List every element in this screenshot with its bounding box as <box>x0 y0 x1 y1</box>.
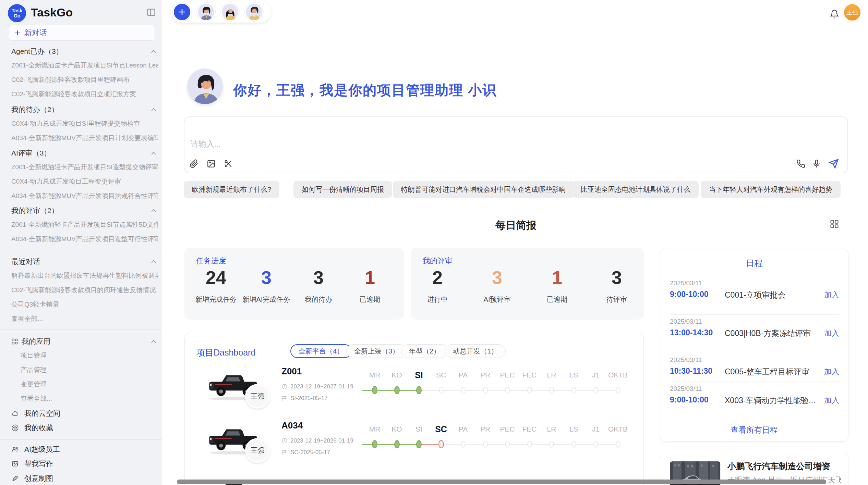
sidebar-item-creative-draw[interactable]: 创意制图 <box>11 474 53 483</box>
join-meeting-link[interactable]: 加入 <box>824 366 839 377</box>
suggestion-chip[interactable]: 欧洲新规最近颁布了什么? <box>184 181 279 198</box>
horizontal-scrollbar[interactable] <box>177 480 826 484</box>
snippet-button[interactable] <box>221 157 235 171</box>
project-code[interactable]: Z001 <box>281 366 302 377</box>
stat-value: 2 <box>412 268 463 287</box>
list-item[interactable]: C02-飞腾新能源轻客改款项目的闭环通告反馈情况 <box>11 286 158 295</box>
avatar[interactable] <box>221 3 239 21</box>
voice-call-button[interactable] <box>794 157 808 171</box>
stat: 3 AI预评审 <box>471 268 523 304</box>
insert-image-button[interactable] <box>204 157 218 171</box>
section-ai-review[interactable]: AI评审（3） <box>11 148 157 158</box>
suggestion-chip[interactable]: 比亚迪全固态电池计划具体说了什么 <box>572 181 699 198</box>
list-item[interactable]: Z001-全新燃油轻卡产品开发项目SI造型提交物评审 <box>11 163 158 172</box>
list-item[interactable]: A034-全新新能源MUV产品开发项目计划变更表编写 <box>11 134 158 142</box>
user-avatar[interactable]: 王强 <box>844 4 860 21</box>
owner-badge: 王强 <box>245 438 270 463</box>
section-agent-done[interactable]: Agent已办（3） <box>11 47 157 56</box>
tab-upfit[interactable]: 全新上装（3） <box>346 344 407 358</box>
tab-powertrain[interactable]: 动总开发（1） <box>445 344 506 358</box>
list-item[interactable]: A034-全新新能源MUV产品开发项目造型可行性评审 <box>11 235 158 244</box>
join-meeting-link[interactable]: 加入 <box>824 395 839 406</box>
milestone-dot-si <box>416 386 422 394</box>
sidebar-item-favorites[interactable]: 我的收藏 <box>11 423 53 433</box>
sidebar-item-project-mgmt[interactable]: 项目管理 <box>21 351 158 360</box>
phone-icon <box>796 159 805 168</box>
list-item[interactable]: C0X4-动力总成开发项目SI里程碑提交物检查 <box>11 119 158 128</box>
chat-input[interactable] <box>191 136 705 151</box>
list-item[interactable]: C02-飞腾新能源轻客改款项目里程碑画布 <box>11 75 158 84</box>
layout-grid-icon[interactable] <box>830 219 839 230</box>
send-plane-icon <box>829 159 839 169</box>
add-conversation-button[interactable] <box>173 3 191 21</box>
notifications-bell-icon[interactable] <box>830 9 839 21</box>
greeting-title: 你好，王强，我是你的项目管理助理 小识 <box>233 81 497 100</box>
sidebar-item-cloud-space[interactable]: 我的云空间 <box>11 409 60 418</box>
attach-file-button[interactable] <box>187 157 201 171</box>
list-item[interactable]: C02-飞腾新能源轻客改款项目立项汇报方案 <box>11 90 158 99</box>
plus-icon <box>178 8 186 16</box>
list-item[interactable]: A034-全新新能源MUV产品开发项目法规符合性评审 <box>11 191 158 200</box>
view-all-schedule-link[interactable]: 查看所有日程 <box>660 425 848 435</box>
section-my-apps[interactable]: 我的应用 <box>11 337 157 346</box>
avatar[interactable] <box>197 3 215 21</box>
date-range: 2023-12-19~2027-01-19 <box>290 383 353 390</box>
stat-value: 3 <box>591 268 642 287</box>
sidebar-item-ai-staff[interactable]: AI超级员工 <box>11 445 60 454</box>
project-code[interactable]: A034 <box>281 420 303 431</box>
timeline-segment <box>362 444 419 445</box>
list-item[interactable]: Z001-全新燃油轻卡产品开发项目SI节点属性5D文件评审 <box>11 220 158 229</box>
divider <box>0 329 162 330</box>
stat: 1 已逾期 <box>344 268 396 304</box>
event-time: 10:30-11:30 <box>670 366 712 376</box>
view-all-apps[interactable]: 查看全部... <box>21 394 158 403</box>
mic-icon <box>812 159 821 168</box>
stat-value: 24 <box>190 268 242 287</box>
suggestion-chip[interactable]: 当下年轻人对汽车外观有怎样的喜好趋势 <box>701 181 841 198</box>
list-item[interactable]: 解释最新出台的欧盟报废车法规再生塑料比例被调至15%... <box>11 271 158 280</box>
milestone-dot-lr <box>549 387 554 394</box>
milestone-dot-j1 <box>593 441 598 448</box>
milestone-dot-pr <box>483 441 488 448</box>
section-my-todo[interactable]: 我的待办（2） <box>11 105 157 114</box>
collapse-sidebar-icon[interactable] <box>146 8 156 18</box>
plus-icon <box>14 29 21 36</box>
milestone-dot-pec <box>505 387 510 394</box>
milestone-dot-oktb <box>616 441 620 448</box>
section-my-review[interactable]: 我的评审（2） <box>11 206 157 215</box>
avatar[interactable] <box>245 3 263 21</box>
tab-platform[interactable]: 全新平台（4） <box>290 344 352 358</box>
milestone-dot-pa <box>461 387 466 394</box>
section-recent-chats[interactable]: 最近对话 <box>11 257 157 266</box>
microphone-button[interactable] <box>810 157 823 171</box>
event-time: 13:00-14:30 <box>670 328 713 337</box>
section-title: 最近对话 <box>11 257 40 266</box>
event-date: 2025/03/11 <box>670 279 702 287</box>
sidebar-item-label: 我的云空间 <box>24 409 60 418</box>
dashboard-title: 项目Dashboard <box>196 347 255 358</box>
sidebar-item-change-mgmt[interactable]: 变更管理 <box>21 380 158 389</box>
schedule-card: 日程 2025/03/11 9:00-10:00 C001-立项审批会 加入 2… <box>660 249 848 442</box>
join-meeting-link[interactable]: 加入 <box>824 290 839 300</box>
stat: 24 新增完成任务 <box>190 268 242 304</box>
suggestion-chip[interactable]: 特朗普可能对进口汽车增税会对中国车企造成哪些影响 <box>393 181 574 198</box>
list-item[interactable]: C0X4-动力总成开发项目工程变更评审 <box>11 177 158 186</box>
milestone-dot-ls <box>571 387 576 394</box>
sidebar-item-product-mgmt[interactable]: 产品管理 <box>21 365 158 374</box>
list-item[interactable]: 公司Q3轻卡销量 <box>11 300 158 309</box>
event-name: X003-车辆动力学性能验... <box>725 395 816 406</box>
divider <box>670 353 839 353</box>
suggestion-chip[interactable]: 如何写一份清晰的项目周报 <box>293 181 392 198</box>
task-progress-card: 任务进度 24 新增完成任务 3 新增AI完成任务 3 我的待办 1 已逾期 <box>184 248 404 320</box>
new-chat-button[interactable]: 新对话 <box>9 25 155 41</box>
flag-milestone: SC-2025-05-17 <box>290 449 330 456</box>
list-item[interactable]: Z001-全新燃油皮卡产品开发项目SI节点Lesson Learn报告 <box>11 61 158 70</box>
project-dates: 2023-12-19~2027-01-19 <box>281 383 353 390</box>
join-meeting-link[interactable]: 加入 <box>824 328 839 338</box>
sidebar-item-write-helper[interactable]: 帮我写作 <box>11 459 53 469</box>
view-all-chats[interactable]: 查看全部... <box>11 314 158 323</box>
tab-model-year[interactable]: 年型（2） <box>401 344 448 358</box>
chevron-up-icon <box>150 260 157 264</box>
new-chat-label: 新对话 <box>24 28 47 38</box>
send-button[interactable] <box>827 157 841 171</box>
